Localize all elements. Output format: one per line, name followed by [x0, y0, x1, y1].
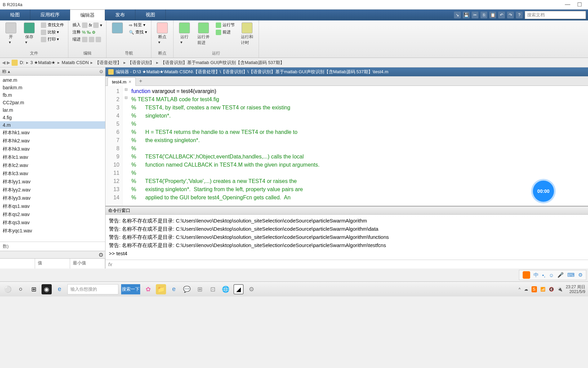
- breadcrumb-part[interactable]: 【语音识别】基于matlab GUI声纹识别【含Matlab源码 537期】: [160, 60, 285, 65]
- close-tab-icon[interactable]: ×: [129, 79, 131, 85]
- open-button[interactable]: 开▾: [3, 22, 19, 45]
- print-button[interactable]: 打印 ▾: [39, 36, 65, 43]
- command-window[interactable]: 警告: 名称不存在或不是目录: C:\Users\lenovo\Desktop\…: [105, 215, 588, 260]
- indent-button[interactable]: 缩进: [71, 36, 103, 43]
- code-editor[interactable]: 1234567891011121314 ⊟⊟ function varargou…: [105, 86, 588, 206]
- matlab-icon[interactable]: ◢: [233, 284, 244, 294]
- file-item[interactable]: 4.fig: [0, 114, 105, 121]
- fx-prompt[interactable]: fx: [105, 260, 588, 269]
- tab-4[interactable]: 视图: [135, 10, 166, 20]
- nav-button[interactable]: [109, 22, 126, 35]
- file-item[interactable]: lar.m: [0, 106, 105, 114]
- ime-lang[interactable]: 中: [534, 272, 539, 278]
- tab-0[interactable]: 绘图: [0, 10, 30, 20]
- ie-icon[interactable]: e: [54, 284, 65, 294]
- volume-icon[interactable]: 🔇: [549, 287, 554, 292]
- app-icon-4[interactable]: ⚙: [246, 284, 257, 294]
- undo-icon[interactable]: ↶: [498, 12, 505, 18]
- find-files-button[interactable]: 查找文件: [39, 22, 65, 28]
- search-docs-input[interactable]: 搜索文档: [525, 11, 586, 19]
- ime-voice-icon[interactable]: 🎤: [557, 272, 564, 278]
- app-icon-1[interactable]: ✿: [143, 284, 153, 294]
- file-item[interactable]: 样本qs3.wav: [0, 219, 105, 227]
- chevron-icon[interactable]: ⊙: [99, 251, 103, 258]
- cut-icon[interactable]: ✂: [472, 12, 478, 18]
- cortana-icon[interactable]: ○: [16, 284, 26, 294]
- ime-settings-icon[interactable]: ⚙: [578, 272, 583, 278]
- file-item[interactable]: 样本yqc1.wav: [0, 227, 105, 235]
- comment-button[interactable]: 注释 % ‰ ⚙: [71, 29, 103, 35]
- taskview-icon[interactable]: ⊞: [29, 284, 39, 294]
- file-item[interactable]: 样本lyy1.wav: [0, 178, 105, 186]
- breadcrumb-part[interactable]: D:: [19, 60, 25, 65]
- file-tab[interactable]: test4.m ×: [108, 77, 136, 86]
- run-time-button[interactable]: 运行和计时: [238, 22, 256, 46]
- run-button[interactable]: 运行▾: [176, 22, 193, 45]
- qa-icon[interactable]: ↘: [454, 12, 461, 18]
- folder-icon[interactable]: [12, 60, 18, 66]
- breadcrumb-part[interactable]: 3 ★Matlab★: [30, 60, 56, 65]
- collapse-icon[interactable]: ⊙: [99, 69, 103, 74]
- file-list[interactable]: ame.mbankm.mfb.mCC2par.mlar.m4.fig4.m样本h…: [0, 76, 105, 242]
- wechat-icon[interactable]: 💬: [182, 284, 192, 294]
- add-tab-button[interactable]: +: [136, 77, 146, 86]
- breakpoint-button[interactable]: 断点▾: [154, 22, 170, 45]
- obs-icon[interactable]: ◉: [42, 284, 52, 294]
- breadcrumb-part[interactable]: Matalb CSDN: [61, 60, 89, 65]
- file-item[interactable]: 样本lc1.wav: [0, 153, 105, 162]
- file-item[interactable]: 样本lyy3.wav: [0, 194, 105, 202]
- file-item[interactable]: 样本hk1.wav: [0, 129, 105, 137]
- back-icon[interactable]: ◀: [2, 60, 5, 65]
- ime-keyboard-icon[interactable]: ⌨: [567, 272, 575, 278]
- minimize-icon[interactable]: —: [565, 1, 570, 8]
- paste-icon[interactable]: 📋: [489, 12, 496, 18]
- browser-icon[interactable]: 🌐: [220, 284, 231, 294]
- file-item[interactable]: ame.m: [0, 76, 105, 84]
- file-item[interactable]: bankm.m: [0, 84, 105, 91]
- tab-3[interactable]: 发布: [105, 10, 135, 20]
- timer-badge[interactable]: 00:00: [533, 181, 554, 202]
- file-item[interactable]: 样本qs2.wav: [0, 211, 105, 219]
- file-item[interactable]: 样本lyy2.wav: [0, 186, 105, 194]
- file-item[interactable]: 样本qs1.wav: [0, 202, 105, 211]
- redo-icon[interactable]: ↷: [507, 12, 514, 18]
- file-item[interactable]: 样本lc2.wav: [0, 162, 105, 170]
- file-item[interactable]: CC2par.m: [0, 99, 105, 106]
- file-item[interactable]: fb.m: [0, 91, 105, 99]
- run-advance-button[interactable]: 运行并前进: [195, 22, 212, 46]
- tab-2[interactable]: 编辑器: [70, 10, 105, 20]
- run-section-button[interactable]: 运行节: [214, 22, 236, 28]
- breadcrumb-part[interactable]: 【语音处理】: [94, 60, 122, 65]
- breadcrumb-part[interactable]: 【语音识别】: [127, 60, 155, 65]
- file-item[interactable]: 4.m: [0, 121, 105, 129]
- help-icon[interactable]: ?: [516, 12, 523, 18]
- tab-1[interactable]: 应用程序: [30, 10, 70, 20]
- taskbar-search-input[interactable]: 输入你想搜的: [67, 284, 118, 294]
- search-circle-icon[interactable]: ⚪: [3, 284, 13, 294]
- edge-icon[interactable]: e: [169, 284, 179, 294]
- tray-up-icon[interactable]: ^: [519, 287, 521, 292]
- sogou-icon[interactable]: [523, 271, 530, 279]
- file-item[interactable]: 样本lc3.wav: [0, 170, 105, 178]
- save-button[interactable]: 保存▾: [21, 22, 37, 45]
- insert-button[interactable]: 插入 fx ▾: [71, 22, 103, 28]
- wifi-icon[interactable]: 📶: [540, 287, 545, 292]
- compare-button[interactable]: 比较 ▾: [39, 29, 65, 35]
- ime-punct-icon[interactable]: •,: [542, 272, 545, 278]
- file-item[interactable]: 样本hk3.wav: [0, 145, 105, 153]
- explorer-icon[interactable]: 📁: [156, 284, 166, 294]
- goto-button[interactable]: ⇨ 转至 ▾: [128, 22, 148, 28]
- clock[interactable]: 23:27 周日 2021/5/9: [566, 285, 585, 294]
- fwd-icon[interactable]: ▶: [7, 60, 10, 65]
- maximize-icon[interactable]: ☐: [577, 1, 582, 8]
- cloud-icon[interactable]: ☁: [524, 287, 528, 292]
- taskbar-search-button[interactable]: 搜索一下: [121, 284, 140, 294]
- file-item[interactable]: 样本hk2.wav: [0, 137, 105, 145]
- advance-button[interactable]: 前进: [214, 29, 236, 35]
- battery-icon[interactable]: 🔌: [557, 287, 562, 292]
- find-button[interactable]: 🔍 查找 ▾: [128, 29, 148, 35]
- sogou-tray-icon[interactable]: S: [532, 286, 537, 292]
- copy-icon[interactable]: ⎘: [480, 12, 487, 18]
- ime-emoji-icon[interactable]: ☺: [549, 272, 554, 278]
- save-icon[interactable]: 💾: [463, 12, 470, 18]
